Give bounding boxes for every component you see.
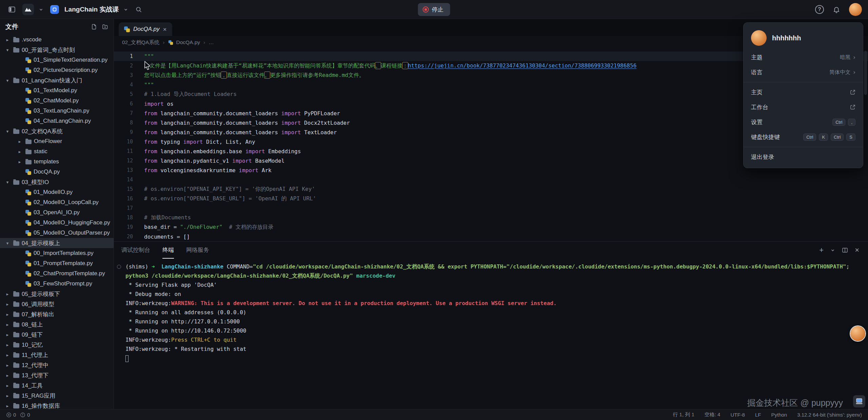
terminal-output[interactable]: (shims) ➜ LangChain-shizhanke COMMAND="c… — [114, 259, 868, 409]
chevron-down-icon: ▾ — [4, 241, 11, 246]
tree-item-folder[interactable]: ▸15_RAG应用 — [0, 391, 114, 401]
menu-item-logout[interactable]: 退出登录 — [744, 149, 863, 164]
panel-actions: + × — [819, 246, 859, 254]
bell-icon[interactable] — [831, 4, 842, 15]
menu-item-settings[interactable]: 设置Ctrl, — [744, 115, 863, 129]
code-token: # os.environ["OPENAI_BASE_URL"] = 'OpenA… — [144, 195, 316, 202]
tree-item-file[interactable]: 02_ModelIO_LoopCall.py — [0, 197, 114, 207]
tree-item-folder[interactable]: ▾03_模型IO — [0, 177, 114, 187]
tree-item-file[interactable]: 04_ModelIO_HuggingFace.py — [0, 218, 114, 228]
status-python-interpreter[interactable]: 3.12.2 64-bit ('shims': pyenv) — [797, 412, 862, 418]
tree-item-file[interactable]: 01_PromptTemplate.py — [0, 258, 114, 268]
code-link[interactable]: https://juejin.cn/book/73877023474361303… — [408, 62, 636, 69]
tree-item-file[interactable]: 01_ModelIO.py — [0, 187, 114, 197]
tree-item-folder[interactable]: ▸09_链下 — [0, 329, 114, 340]
code-token: typing — [157, 139, 183, 145]
search-icon[interactable] — [133, 4, 144, 15]
status-language-mode[interactable]: Python — [771, 412, 787, 418]
tree-item-file[interactable]: 05_ModelIO_OutputParser.py — [0, 228, 114, 238]
tree-item-folder[interactable]: ▸07_解析输出 — [0, 309, 114, 319]
status-cursor-position[interactable]: 行 1, 列 1 — [673, 412, 694, 418]
menu-item-theme[interactable]: 主题暗黑› — [744, 50, 863, 65]
line-number: 11 — [114, 148, 133, 154]
breadcrumb-item[interactable]: 02_文档QA系统 — [122, 39, 159, 46]
tree-item-folder[interactable]: ▸05_提示模板下 — [0, 289, 114, 299]
tree-item-file[interactable]: 00_ImportTemplates.py — [0, 248, 114, 258]
breadcrumb-separator: › — [163, 39, 164, 45]
editor-scrollbar[interactable] — [864, 51, 867, 95]
new-file-icon[interactable] — [91, 24, 97, 30]
new-folder-icon[interactable] — [102, 24, 108, 30]
tree-item-folder[interactable]: ▾00_开篇词_奇点时刻 — [0, 45, 114, 55]
floating-assistant-avatar[interactable] — [850, 326, 865, 341]
tree-item-folder[interactable]: ▸14_工具 — [0, 380, 114, 391]
tree-item-folder[interactable]: ▸static — [0, 146, 114, 157]
status-encoding[interactable]: UTF-8 — [730, 412, 745, 418]
folder-icon — [13, 292, 19, 297]
tree-item-label: 02_文档QA系统 — [22, 127, 63, 135]
tree-item-folder[interactable]: ▸08_链上 — [0, 319, 114, 329]
menu-item-workbench[interactable]: 工作台 — [744, 100, 863, 115]
tree-item-file[interactable]: 01_SimpleTextGeneration.py — [0, 55, 114, 65]
python-file-icon — [124, 26, 130, 32]
warnings-indicator[interactable]: 0 — [20, 412, 30, 418]
problems-indicator[interactable]: 0 0 — [6, 412, 30, 418]
tree-item-file[interactable]: 03_FewShotPrompt.py — [0, 279, 114, 289]
breadcrumb-item[interactable]: … — [209, 39, 214, 45]
tree-item-file[interactable]: 03_OpenAI_IO.py — [0, 207, 114, 218]
tree-item-file[interactable]: 03_TextLangChain.py — [0, 106, 114, 116]
tree-item-folder[interactable]: ▸06_调用模型 — [0, 299, 114, 309]
tree-item-label: 15_RAG应用 — [22, 392, 55, 400]
tree-item-file[interactable]: 02_PictureDescription.py — [0, 65, 114, 75]
panel-tab-network-service[interactable]: 网络服务 — [186, 242, 209, 259]
new-terminal-icon[interactable]: + — [819, 246, 824, 254]
close-tab-icon[interactable]: × — [163, 26, 166, 33]
tree-item-folder[interactable]: ▸templates — [0, 157, 114, 167]
python-file-icon — [25, 220, 31, 226]
tree-item-file[interactable]: 02_ChatPromptTemplate.py — [0, 268, 114, 279]
errors-indicator[interactable]: 0 — [6, 412, 16, 418]
help-icon[interactable]: ? — [815, 5, 824, 14]
tree-item-folder[interactable]: ▸16_操作数据库 — [0, 401, 114, 409]
menu-item-keyboard-shortcuts[interactable]: 键盘快捷键CtrlKCtrlS — [744, 129, 863, 144]
status-indentation[interactable]: 空格: 4 — [705, 412, 721, 418]
status-eol[interactable]: LF — [755, 412, 761, 418]
breadcrumb-item[interactable]: DocQA.py — [168, 39, 200, 45]
tree-item-file[interactable]: 01_TextModel.py — [0, 85, 114, 96]
marscode-logo[interactable] — [22, 4, 34, 15]
panel-tab-terminal[interactable]: 终端 — [162, 242, 174, 259]
tree-item-folder[interactable]: ▸12_代理中 — [0, 360, 114, 370]
workspace-name[interactable]: LangChain 实战课 — [64, 5, 119, 14]
tree-item-folder[interactable]: ▾01_LangChain快速入门 — [0, 75, 114, 85]
device-monitor-icon[interactable] — [853, 395, 865, 407]
tree-item-file[interactable]: DocQA.py — [0, 167, 114, 177]
menu-item-language[interactable]: 语言简体中文› — [744, 65, 863, 80]
chevron-down-icon: ▾ — [4, 180, 11, 185]
external-link-icon — [850, 104, 855, 110]
tree-item-folder[interactable]: ▾02_文档QA系统 — [0, 126, 114, 136]
tree-item-folder[interactable]: ▸11_代理上 — [0, 350, 114, 360]
terminal-dropdown-chevron-icon[interactable] — [830, 248, 835, 253]
close-panel-icon[interactable]: × — [855, 246, 859, 254]
editor-tab-docqa[interactable]: DocQA.py × — [119, 22, 172, 36]
tree-item-folder[interactable]: ▸13_代理下 — [0, 370, 114, 380]
user-avatar[interactable] — [849, 3, 862, 16]
tree-item-folder[interactable]: ▸10_记忆 — [0, 340, 114, 350]
menu-item-home[interactable]: 主页 — [744, 85, 863, 100]
tree-item-file[interactable]: 04_ChatLangChain.py — [0, 116, 114, 126]
tree-item-folder[interactable]: ▸.vscode — [0, 35, 114, 45]
stop-button[interactable]: 停止 — [418, 3, 450, 16]
tree-item-file[interactable]: 02_ChatModel.py — [0, 96, 114, 106]
sidebar-toggle-icon[interactable] — [6, 4, 18, 15]
terminal-token: * Running on all addresses (0.0.0.0) — [125, 309, 246, 316]
panel-tab-debug-console[interactable]: 调试控制台 — [121, 242, 150, 259]
tree-item-label: 01_LangChain快速入门 — [22, 77, 82, 84]
tree-item-folder[interactable]: ▾04_提示模板上 — [0, 238, 114, 248]
keyboard-key: S — [846, 134, 855, 141]
split-terminal-icon[interactable] — [842, 247, 848, 253]
workspace-chevron-icon[interactable] — [123, 7, 128, 12]
logo-chevron-icon[interactable] — [39, 7, 43, 12]
code-text: from langchain.embeddings.base import Em… — [144, 148, 301, 155]
tree-item-folder[interactable]: ▸OneFlower — [0, 136, 114, 146]
chevron-right-icon: ▸ — [4, 37, 11, 42]
